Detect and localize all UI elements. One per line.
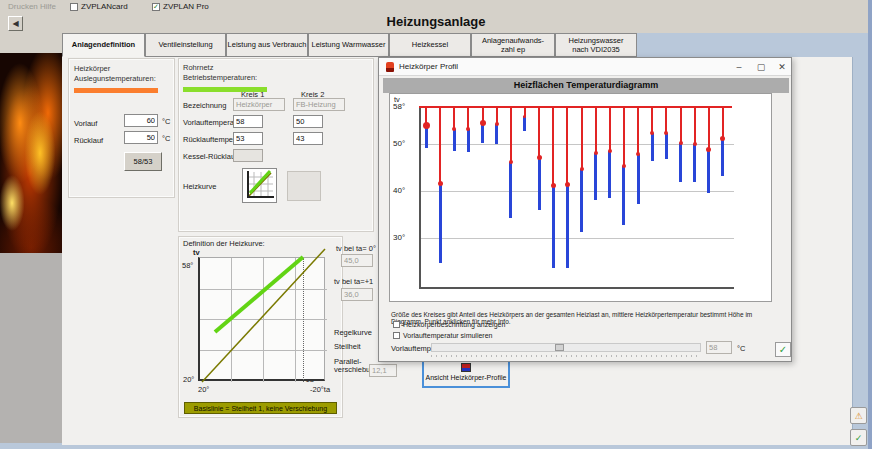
check-icon: ✓ xyxy=(779,344,787,355)
y-axis-line xyxy=(419,107,421,288)
flame-image xyxy=(0,53,62,253)
vorlauf-top-line xyxy=(419,106,732,108)
bezeichnung-label: Bezeichnung xyxy=(183,101,226,110)
ytick-40: 40° xyxy=(393,186,415,195)
ytick-30: 30° xyxy=(393,233,415,242)
tab-leistung-aus-verbrauch[interactable]: Leistung aus Verbrauch xyxy=(226,33,308,57)
heizkurve-chart-button[interactable] xyxy=(242,168,277,203)
confirm-button[interactable]: ✓ xyxy=(850,429,867,446)
menu-bar: Drucken Hilfe ZVPLANcard ✓ ZVPLAN Pro xyxy=(0,0,872,13)
ytick-50: 50° xyxy=(393,139,415,148)
bezeichnung-kreis1-input[interactable] xyxy=(233,98,285,111)
simulieren-checkbox[interactable]: Vorlauftemperatur simulieren xyxy=(393,332,493,339)
zvplanpro-label: ZVPLAN Pro xyxy=(163,2,209,11)
check-icon[interactable]: ✓ xyxy=(152,3,160,11)
hk-ytop-label: 58° xyxy=(182,261,193,270)
dialog-titlebar[interactable]: Heizkörper Profil – ▢ ✕ xyxy=(379,58,791,76)
ruecklauf-input[interactable] xyxy=(124,131,158,144)
ytick-58: 58° xyxy=(393,102,415,111)
hk-ybottom-label: 20° xyxy=(183,375,194,384)
vorlauftemp-value-field[interactable] xyxy=(706,341,732,354)
x-axis-line xyxy=(419,287,734,289)
dialog-window: Heizkörper Profil – ▢ ✕ Heizflächen Temp… xyxy=(378,57,792,362)
tab-leistung-warmwasser[interactable]: Leistung Warmwasser xyxy=(308,33,389,57)
tab-ventileinstellung[interactable]: Ventileinstellung xyxy=(145,33,226,57)
tab-anlagendefinition[interactable]: Anlagendefinition xyxy=(62,33,145,57)
page-title: Heizungsanlage xyxy=(0,14,872,29)
basislinie-banner: Basislinie = Steilheit 1, keine Verschie… xyxy=(184,402,337,414)
radiator-icon xyxy=(386,62,394,72)
design-temps-title: Heizkörper Auslegunstemperaturen: xyxy=(74,64,156,84)
orange-underline xyxy=(74,88,158,93)
hk-tv-axis-label: tv xyxy=(193,248,200,257)
ansicht-profile-label: Ansicht Heizkörper-Profile xyxy=(426,374,507,381)
dialog-header: Heizflächen Temperaturdiagramm xyxy=(383,78,789,93)
gridline-40 xyxy=(421,191,734,192)
vorlauf-label: Vorlauf xyxy=(74,119,97,128)
vorlauftemp-slider[interactable] xyxy=(431,343,701,352)
heizkurve-chart[interactable] xyxy=(198,257,325,381)
heizkurve-label: Heizkurve xyxy=(183,182,216,191)
minimize-button[interactable]: – xyxy=(731,60,747,74)
ruecklauf-label: Rücklauf xyxy=(74,136,103,145)
rohrnetz-groupbox xyxy=(178,58,374,232)
vorlauftemp-kreis2-input[interactable] xyxy=(293,115,323,128)
gridline-30 xyxy=(421,238,734,239)
beschriftung-checkbox-label: Heizkörperbeschriftung anzeigen xyxy=(403,321,505,328)
steilheit-label: Steilheit xyxy=(334,342,361,351)
regelkurve-label: Regelkurve xyxy=(334,328,372,337)
close-button[interactable]: ✕ xyxy=(774,60,790,74)
ruecklauftemp-kreis1-input[interactable] xyxy=(233,132,263,145)
check-icon: ✓ xyxy=(855,433,863,443)
profile-icon xyxy=(461,363,471,372)
empty-preview-box xyxy=(287,171,321,201)
rohrnetz-title: Rohrnetz Betriebstemperaturen: xyxy=(183,63,257,83)
simulieren-checkbox-box[interactable] xyxy=(393,332,400,339)
zvplancard-checkbox[interactable]: ZVPLANcard xyxy=(70,2,128,11)
tv-ta0-field[interactable] xyxy=(341,254,373,267)
design-temps-groupbox: Heizkörper Auslegunstemperaturen: xyxy=(68,58,175,198)
zvplanpro-checkbox[interactable]: ✓ ZVPLAN Pro xyxy=(152,2,209,11)
tv-ta0-label: tv bei ta= 0° xyxy=(336,244,376,253)
window-right-edge xyxy=(868,0,872,449)
slider-thumb[interactable] xyxy=(555,344,564,351)
tab-heizkessel[interactable]: Heizkessel xyxy=(389,33,471,57)
zvplancard-checkbox-box[interactable] xyxy=(70,3,78,11)
maximize-button[interactable]: ▢ xyxy=(753,60,769,74)
kessel-ruecklauf-label: Kessel-Rücklauf xyxy=(183,152,237,161)
tab-heizungswasser[interactable]: Heizungswassernach VDI2035 xyxy=(555,33,637,57)
slider-unit: °C xyxy=(737,344,745,353)
kessel-ruecklauf-input[interactable] xyxy=(233,149,263,162)
back-button[interactable]: ◀ xyxy=(8,16,23,31)
menu-drucken[interactable]: Drucken xyxy=(8,2,38,11)
dialog-title: Heizkörper Profil xyxy=(399,62,458,71)
heizkurve-grid-icon xyxy=(243,169,276,202)
beschriftung-checkbox[interactable]: Heizkörperbeschriftung anzeigen xyxy=(393,321,505,328)
vorlauftemp-kreis1-input[interactable] xyxy=(233,115,263,128)
slider-ticks xyxy=(431,355,701,357)
design-temp-pair-button[interactable]: 58/53 xyxy=(124,152,162,171)
back-icon: ◀ xyxy=(12,19,18,28)
warning-icon: ⚠ xyxy=(854,411,862,421)
ruecklauftemp-kreis2-input[interactable] xyxy=(293,132,323,145)
left-gray-strip xyxy=(0,253,62,443)
vorlauf-unit: °C xyxy=(162,117,170,126)
hk-xleft-label: 20° xyxy=(198,385,209,394)
dialog-confirm-button[interactable]: ✓ xyxy=(775,342,791,357)
bezeichnung-kreis2-input[interactable] xyxy=(293,98,345,111)
hk-xright-label: -20°ta xyxy=(310,385,330,394)
warning-button[interactable]: ⚠ xyxy=(850,407,867,424)
tv-ta-plus-label: tv bei ta=+1 xyxy=(334,277,373,286)
heizkurve-section-title: Definition der Heizkurve: xyxy=(183,239,265,248)
menu-hilfe[interactable]: Hilfe xyxy=(40,2,56,11)
parallelverschiebung-field[interactable] xyxy=(369,364,397,377)
tv-ta-plus-field[interactable] xyxy=(341,288,373,301)
tab-anlagenaufwands-[interactable]: Anlagenaufwands-zahl ep xyxy=(471,33,555,57)
simulieren-checkbox-label: Vorlauftemperatur simulieren xyxy=(403,332,493,339)
ruecklauf-unit: °C xyxy=(162,134,170,143)
basislinie-line xyxy=(202,249,325,382)
zvplancard-label: ZVPLANcard xyxy=(81,2,128,11)
vorlauf-input[interactable] xyxy=(124,114,158,127)
beschriftung-checkbox-box[interactable] xyxy=(393,321,400,328)
